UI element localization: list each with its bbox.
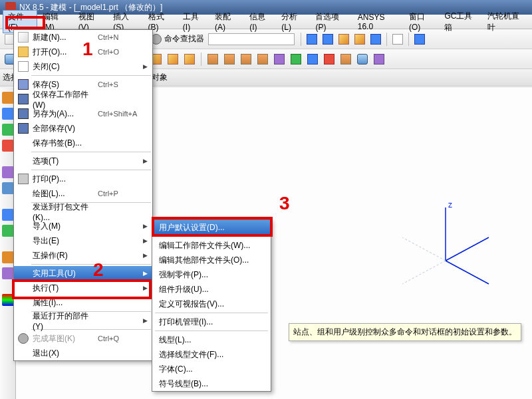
- submenu-arrow-icon: ▶: [143, 270, 150, 277]
- menu-assembly[interactable]: 装配(A): [209, 10, 244, 33]
- display-icon: [370, 34, 381, 45]
- menu-item-shortcut: Ctrl+N: [98, 33, 143, 41]
- feat-g[interactable]: [372, 52, 386, 66]
- menu-prefs[interactable]: 首选项(P): [310, 10, 352, 33]
- shell-icon: [241, 54, 251, 65]
- menu-separator: [155, 236, 268, 237]
- submenu-item[interactable]: 符号线型(B)...: [152, 376, 271, 391]
- selection-hint: 对象: [152, 72, 168, 83]
- feat-intersect[interactable]: [182, 52, 197, 66]
- feat-d[interactable]: [322, 52, 336, 66]
- file-menu-item[interactable]: 新建(N)...Ctrl+N: [14, 30, 152, 45]
- feat-chamfer[interactable]: [222, 52, 237, 66]
- submenu-arrow-icon: ▶: [143, 285, 150, 291]
- file-menu-item[interactable]: 选项(T)▶: [14, 154, 152, 168]
- file-menu-item[interactable]: 实用工具(U)▶: [14, 266, 152, 281]
- menu-item-label: 执行(T): [30, 283, 98, 294]
- rb-history[interactable]: [2, 225, 14, 237]
- tb-view-rot[interactable]: [321, 32, 335, 47]
- submenu-item[interactable]: 用户默认设置(D)...: [152, 220, 271, 235]
- feat-a[interactable]: [272, 52, 287, 66]
- submenu-item[interactable]: 线型(L)...: [152, 332, 271, 347]
- file-menu-item[interactable]: 发送到打包文件(K)...: [14, 204, 152, 219]
- file-menu-item[interactable]: 打开(O)...Ctrl+O: [14, 45, 152, 59]
- rb-roles[interactable]: [2, 267, 14, 279]
- feat-c[interactable]: [305, 52, 320, 66]
- feat-draft[interactable]: [255, 52, 270, 66]
- tb-view-fit[interactable]: [305, 32, 319, 47]
- menu-item-shortcut: Ctrl+S: [98, 80, 143, 88]
- svg-text:z: z: [448, 201, 452, 209]
- file-menu-item[interactable]: 导出(E)▶: [14, 233, 152, 248]
- file-menu-item[interactable]: 执行(T)▶: [14, 281, 152, 295]
- menu-turbine[interactable]: 汽轮机直叶: [482, 9, 529, 35]
- submenu-item[interactable]: 选择线型文件(F)...: [152, 347, 271, 362]
- tb-view-pan[interactable]: [352, 32, 367, 47]
- command-finder-input[interactable]: [208, 33, 295, 45]
- sep: [201, 53, 201, 66]
- file-menu-item[interactable]: 保存书签(B)...: [14, 136, 152, 150]
- menu-tools[interactable]: 工具(I): [178, 10, 209, 33]
- svg-line-2: [446, 261, 489, 284]
- submenu-item[interactable]: 强制零件(P)...: [152, 267, 271, 282]
- submenu-arrow-icon: ▶: [143, 237, 150, 244]
- rb-assembly[interactable]: [2, 108, 14, 120]
- menu-info[interactable]: 信息(I): [244, 10, 276, 33]
- submenu-item[interactable]: 编辑其他部件文件头(O)...: [152, 253, 271, 267]
- menu-item-label: 属性(I)...: [30, 297, 98, 309]
- feat-shell[interactable]: [239, 52, 253, 66]
- menu-window[interactable]: 窗口(O): [404, 10, 440, 33]
- tb-view-zoom[interactable]: [336, 32, 351, 47]
- menu-item-label: 打开(O)...: [30, 47, 98, 58]
- menu-analysis[interactable]: 分析(L): [276, 10, 310, 33]
- feat-b[interactable]: [289, 52, 303, 66]
- submenu-arrow-icon: ▶: [143, 223, 150, 229]
- feat-e[interactable]: [338, 52, 353, 66]
- intersect-icon: [184, 54, 195, 65]
- file-menu-item[interactable]: 属性(I)...: [14, 295, 152, 310]
- menu-gctoolbox[interactable]: GC工具箱: [439, 9, 482, 35]
- file-menu-item[interactable]: 退出(X): [14, 346, 152, 360]
- rb-system[interactable]: [2, 251, 14, 263]
- submenu-item[interactable]: 定义可视报告(V)...: [152, 297, 271, 311]
- tb-layer[interactable]: [390, 32, 405, 47]
- feat-edge[interactable]: [205, 52, 220, 66]
- feat-subtract[interactable]: [166, 52, 180, 66]
- menu-item-label: 导出(E): [30, 235, 98, 247]
- menu-bar: 文件(F) 编辑(M) 视图(V) 插入(S) 格式(B) 工具(I) 装配(A…: [0, 15, 532, 29]
- rb-palette[interactable]: [2, 294, 14, 306]
- menu-item-label: 互操作(R): [30, 250, 98, 261]
- file-menu-item[interactable]: 仅保存工作部件(W): [14, 92, 152, 106]
- rb-hd3d[interactable]: [2, 182, 14, 194]
- submenu-item[interactable]: 字体(C)...: [152, 362, 271, 376]
- submenu-arrow-icon: ▶: [143, 252, 150, 259]
- menu-item-label: 退出(X): [30, 348, 98, 359]
- tb-wcs[interactable]: [412, 32, 427, 47]
- command-finder[interactable]: 命令查找器: [148, 33, 297, 45]
- rb-constraint[interactable]: [2, 124, 14, 136]
- file-menu-item[interactable]: 互操作(R)▶: [14, 248, 152, 263]
- submenu-item[interactable]: 打印机管理(I)...: [152, 315, 271, 329]
- file-menu-item[interactable]: 全部保存(V): [14, 121, 152, 136]
- file-menu-item[interactable]: 另存为(A)...Ctrl+Shift+A: [14, 106, 152, 121]
- layer-icon: [392, 34, 403, 45]
- feat-f[interactable]: [355, 52, 370, 66]
- file-menu-item[interactable]: 打印(P)...: [14, 172, 152, 186]
- rb-part[interactable]: [2, 140, 14, 152]
- submenu-item[interactable]: 编辑工作部件文件头(W)...: [152, 238, 271, 253]
- file-menu-item[interactable]: 导入(M)▶: [14, 219, 152, 233]
- rb-reuse[interactable]: [2, 166, 14, 178]
- subtract-icon: [168, 54, 178, 65]
- file-menu-item[interactable]: 绘图(L)...Ctrl+P: [14, 186, 152, 201]
- menu-item-label: 发送到打包文件(K)...: [30, 201, 98, 222]
- submenu-item[interactable]: 组件升级(U)...: [152, 282, 271, 297]
- tb-display[interactable]: [368, 32, 383, 47]
- d-icon: [324, 54, 334, 65]
- menu-ansys[interactable]: ANSYS 16.0: [352, 11, 404, 33]
- file-menu-item[interactable]: 最近打开的部件(Y)▶: [14, 313, 152, 328]
- rb-navigator[interactable]: [2, 92, 14, 104]
- sep: [301, 33, 301, 46]
- command-finder-label: 命令查找器: [164, 33, 204, 45]
- file-menu-item[interactable]: 关闭(C)▶: [14, 59, 152, 74]
- rb-web[interactable]: [2, 209, 14, 221]
